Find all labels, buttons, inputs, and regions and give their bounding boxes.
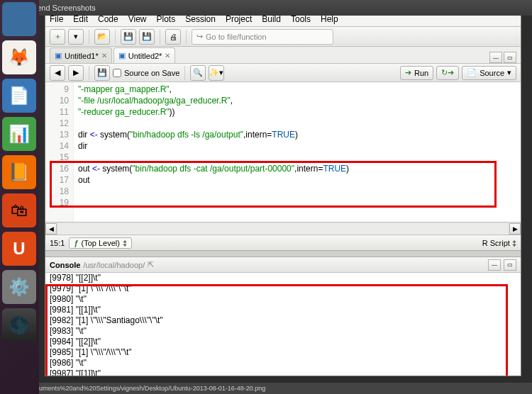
tab-untitled2[interactable]: ▣ Untitled2* ✕ (113, 47, 176, 63)
maximize-console-button[interactable]: ▭ (504, 259, 516, 271)
separator (89, 66, 89, 80)
code-area[interactable]: "-mapper ga_mapper.R","-file /usr/local/… (74, 82, 521, 222)
launcher-item-firefox[interactable]: 🦊 (2, 40, 36, 74)
editor-status-bar: 15:1 ƒ (Top Level) ‡ R Script ‡ (45, 235, 521, 250)
minimize-pane-button[interactable]: — (489, 52, 502, 63)
close-icon[interactable]: ✕ (165, 52, 170, 60)
source-label: Source (480, 69, 504, 77)
separator (186, 30, 187, 44)
save-button[interactable]: 💾 (121, 29, 136, 45)
main-toolbar: ＋ ▾ 📂 💾 💾 🖨 ↪ Go to file/function (45, 27, 521, 47)
source-tabs: ▣ Untitled1* ✕ ▣ Untitled2* ✕ — ▭ (45, 47, 521, 64)
source-pane: ◀ ▶ 💾 Source on Save 🔍 ✨▾ ➔Run ↻➔ 📄Sourc… (45, 64, 521, 250)
function-icon: ƒ (74, 239, 78, 247)
minimize-console-button[interactable]: — (488, 259, 501, 271)
print-button[interactable]: 🖨 (165, 29, 181, 45)
launcher-item-software[interactable]: 🛍 (2, 193, 36, 227)
chevron-down-icon: ‡ (123, 239, 127, 247)
launcher-item-settings[interactable]: ⚙️ (2, 270, 36, 304)
cursor-position: 15:1 (50, 239, 65, 247)
path-popout-icon[interactable]: ⇱ (148, 260, 154, 269)
scroll-track[interactable] (58, 223, 508, 235)
line-gutter: 910111213141516171819 (45, 82, 74, 222)
source-icon: 📄 (467, 68, 477, 77)
chevron-down-icon: ▾ (507, 68, 511, 77)
scope-label: (Top Level) (82, 239, 120, 247)
editor-horizontal-scrollbar[interactable]: ◀ ▶ (45, 222, 521, 235)
goto-placeholder: Go to file/function (206, 33, 267, 41)
find-button[interactable]: 🔍 (190, 65, 206, 81)
console-path: /usr/local/hadoop/ (83, 261, 145, 269)
source-on-save-label: Source on Save (124, 69, 179, 77)
language-label: R Script (482, 239, 510, 247)
document-icon: ▣ (55, 51, 62, 60)
launcher-item-writer[interactable]: 📄 (2, 79, 36, 113)
console-output[interactable]: [9978] "[[2]]\t"[9979] "[1] \"\\\"/\\\"\… (45, 273, 521, 376)
language-mode[interactable]: R Script ‡ (482, 239, 516, 247)
document-icon: ▣ (118, 51, 126, 60)
launcher-item-dash[interactable] (2, 2, 36, 36)
separator (184, 66, 185, 80)
console-header: Console /usr/local/hadoop/ ⇱ — ▭ (45, 257, 521, 273)
scope-picker[interactable]: ƒ (Top Level) ‡ (69, 237, 132, 249)
separator (115, 30, 116, 44)
maximize-pane-button[interactable]: ▭ (504, 52, 516, 63)
launcher-item-ubuntu-one[interactable]: U (2, 232, 36, 266)
scroll-left-button[interactable]: ◀ (45, 223, 57, 235)
goto-icon: ↪ (196, 32, 203, 41)
run-button[interactable]: ➔Run (400, 66, 433, 80)
rerun-icon: ↻➔ (441, 68, 454, 77)
source-button[interactable]: 📄Source▾ (462, 66, 516, 80)
rerun-button[interactable]: ↻➔ (436, 66, 459, 80)
launcher-item-eclipse[interactable]: 🌑 (2, 308, 36, 342)
tab-label: Untitled1* (65, 52, 99, 60)
window-titlebar: RStudio end Screenshots (0, 0, 532, 16)
tab-label: Untitled2* (128, 52, 162, 60)
open-file-button[interactable]: 📂 (94, 29, 110, 45)
launcher-item-calc[interactable]: 📊 (2, 117, 36, 151)
console-title: Console (50, 261, 80, 269)
footer-statusbar: file:///C:/Documents%20and%20Settings/vi… (0, 383, 532, 394)
launcher-item-impress[interactable]: 📙 (2, 155, 36, 189)
rstudio-window: File Edit Code View Plots Session Projec… (45, 11, 521, 376)
save-all-button[interactable]: 💾 (139, 29, 155, 45)
back-button[interactable]: ◀ (50, 65, 65, 81)
close-icon[interactable]: ✕ (101, 52, 107, 60)
source-on-save-checkbox[interactable] (113, 69, 121, 77)
separator (89, 30, 89, 44)
run-icon: ➔ (405, 68, 411, 77)
goto-file-function[interactable]: ↪ Go to file/function (192, 29, 333, 45)
unity-launcher: 🦊 📄 📊 📙 🛍 U ⚙️ 🌑 (0, 0, 39, 394)
wand-button[interactable]: ✨▾ (209, 65, 224, 81)
scroll-right-button[interactable]: ▶ (509, 223, 521, 235)
tab-untitled1[interactable]: ▣ Untitled1* ✕ (50, 47, 112, 63)
editor-toolbar: ◀ ▶ 💾 Source on Save 🔍 ✨▾ ➔Run ↻➔ 📄Sourc… (45, 64, 521, 82)
save-doc-button[interactable]: 💾 (94, 65, 110, 81)
forward-button[interactable]: ▶ (68, 65, 84, 81)
new-project-button[interactable]: ▾ (68, 29, 84, 45)
code-editor[interactable]: 910111213141516171819 "-mapper ga_mapper… (45, 82, 521, 222)
pane-divider[interactable] (45, 250, 521, 257)
separator (160, 30, 160, 44)
run-label: Run (414, 69, 428, 77)
new-file-button[interactable]: ＋ (50, 29, 65, 45)
source-on-save[interactable]: Source on Save (113, 69, 179, 77)
chevron-down-icon: ‡ (512, 239, 516, 247)
